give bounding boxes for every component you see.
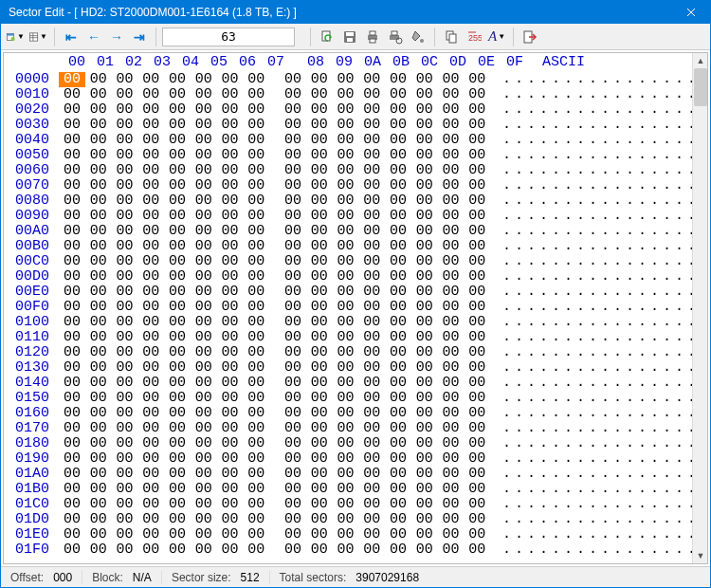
hex-byte[interactable]: 00 <box>85 376 112 391</box>
hex-byte[interactable]: 00 <box>137 148 164 163</box>
hex-byte[interactable]: 00 <box>306 224 333 239</box>
hex-byte[interactable]: 00 <box>137 239 164 254</box>
hex-byte[interactable]: 00 <box>243 376 269 391</box>
hex-byte[interactable]: 00 <box>411 436 438 451</box>
hex-byte[interactable]: 00 <box>438 436 465 451</box>
ascii-cell[interactable]: ................ <box>502 542 700 558</box>
hex-byte[interactable]: 00 <box>280 87 306 102</box>
hex-byte[interactable]: 00 <box>191 360 217 376</box>
hex-byte[interactable]: 00 <box>411 376 438 391</box>
hex-byte[interactable]: 00 <box>438 269 465 285</box>
hex-byte[interactable]: 00 <box>137 436 164 451</box>
hex-byte[interactable]: 00 <box>280 269 306 285</box>
hex-byte[interactable]: 00 <box>333 406 359 421</box>
close-button[interactable] <box>672 1 710 24</box>
hex-byte[interactable]: 00 <box>411 542 438 558</box>
hex-byte[interactable]: 00 <box>464 527 490 542</box>
hex-byte[interactable]: 00 <box>243 239 269 254</box>
ascii-cell[interactable]: ................ <box>502 193 700 209</box>
hex-editor[interactable]: 000102030405060708090A0B0C0D0E0FASCII000… <box>4 53 707 563</box>
ascii-cell[interactable]: ................ <box>502 497 700 512</box>
nav-last-button[interactable]: ⇥ <box>129 27 150 47</box>
hex-byte[interactable]: 00 <box>112 193 138 209</box>
ascii-cell[interactable]: ................ <box>502 391 700 406</box>
hex-byte[interactable]: 00 <box>385 118 411 133</box>
hex-byte[interactable]: 00 <box>333 224 359 239</box>
hex-byte[interactable]: 00 <box>306 315 333 330</box>
hex-byte[interactable]: 00 <box>217 497 244 512</box>
hex-byte[interactable]: 00 <box>306 421 333 436</box>
hex-byte[interactable]: 00 <box>464 193 490 209</box>
hex-byte[interactable]: 00 <box>464 269 490 285</box>
hex-byte[interactable]: 00 <box>137 360 164 376</box>
hex-byte[interactable]: 00 <box>464 102 490 118</box>
hex-byte[interactable]: 00 <box>438 102 465 118</box>
hex-byte[interactable]: 00 <box>191 421 217 436</box>
hex-byte[interactable]: 00 <box>59 239 85 254</box>
hex-byte[interactable]: 00 <box>438 406 465 421</box>
hex-byte[interactable]: 00 <box>438 512 465 527</box>
hex-byte[interactable]: 00 <box>85 224 112 239</box>
hex-byte[interactable]: 00 <box>59 467 85 482</box>
hex-byte[interactable]: 00 <box>137 482 164 497</box>
hex-byte[interactable]: 00 <box>112 542 138 558</box>
hex-byte[interactable]: 00 <box>385 345 411 360</box>
hex-byte[interactable]: 00 <box>59 193 85 209</box>
hex-byte[interactable]: 00 <box>306 300 333 315</box>
hex-byte[interactable]: 00 <box>243 421 269 436</box>
hex-byte[interactable]: 00 <box>411 391 438 406</box>
hex-byte[interactable]: 00 <box>438 300 465 315</box>
fill-button[interactable] <box>408 27 428 47</box>
hex-byte[interactable]: 00 <box>191 269 217 285</box>
font-dropdown[interactable]: A▼ <box>486 27 507 47</box>
hex-byte[interactable]: 00 <box>112 224 138 239</box>
hex-byte[interactable]: 00 <box>217 163 244 178</box>
hex-byte[interactable]: 00 <box>280 300 306 315</box>
hex-byte[interactable]: 00 <box>438 360 465 376</box>
hex-byte[interactable]: 00 <box>280 497 306 512</box>
hex-byte[interactable]: 00 <box>358 345 385 360</box>
hex-byte[interactable]: 00 <box>385 224 411 239</box>
hex-byte[interactable]: 00 <box>306 360 333 376</box>
hex-byte[interactable]: 00 <box>217 360 244 376</box>
hex-byte[interactable]: 00 <box>358 178 385 193</box>
hex-byte[interactable]: 00 <box>164 163 191 178</box>
hex-byte[interactable]: 00 <box>464 72 490 87</box>
hex-byte[interactable]: 00 <box>358 254 385 269</box>
ascii-cell[interactable]: ................ <box>502 72 700 87</box>
hex-byte[interactable]: 00 <box>85 178 112 193</box>
hex-byte[interactable]: 00 <box>464 87 490 102</box>
hex-byte[interactable]: 00 <box>112 497 138 512</box>
hex-byte[interactable]: 00 <box>137 315 164 330</box>
hex-byte[interactable]: 00 <box>164 330 191 345</box>
exit-button[interactable] <box>520 27 540 47</box>
hex-byte[interactable]: 00 <box>191 148 217 163</box>
hex-byte[interactable]: 00 <box>358 239 385 254</box>
hex-byte[interactable]: 00 <box>243 360 269 376</box>
hex-byte[interactable]: 00 <box>137 512 164 527</box>
hex-byte[interactable]: 00 <box>438 209 465 224</box>
hex-byte[interactable]: 00 <box>243 542 269 558</box>
ascii-cell[interactable]: ................ <box>502 133 700 148</box>
hex-byte[interactable]: 00 <box>411 300 438 315</box>
hex-byte[interactable]: 00 <box>59 421 85 436</box>
hex-byte[interactable]: 00 <box>85 102 112 118</box>
hex-byte[interactable]: 00 <box>59 133 85 148</box>
ascii-cell[interactable]: ................ <box>502 345 700 360</box>
hex-byte[interactable]: 00 <box>137 527 164 542</box>
hex-byte[interactable]: 00 <box>164 224 191 239</box>
hex-byte[interactable]: 00 <box>137 421 164 436</box>
hex-byte[interactable]: 00 <box>438 345 465 360</box>
hex-byte[interactable]: 00 <box>385 133 411 148</box>
hex-byte[interactable]: 00 <box>358 163 385 178</box>
hex-byte[interactable]: 00 <box>333 193 359 209</box>
hex-byte[interactable]: 00 <box>217 72 244 87</box>
hex-byte[interactable]: 00 <box>358 482 385 497</box>
ascii-cell[interactable]: ................ <box>502 451 700 467</box>
hex-byte[interactable]: 00 <box>112 512 138 527</box>
hex-byte[interactable]: 00 <box>280 239 306 254</box>
hex-byte[interactable]: 00 <box>306 391 333 406</box>
hex-byte[interactable]: 00 <box>358 376 385 391</box>
hex-byte[interactable]: 00 <box>464 148 490 163</box>
ascii-cell[interactable]: ................ <box>502 148 700 163</box>
